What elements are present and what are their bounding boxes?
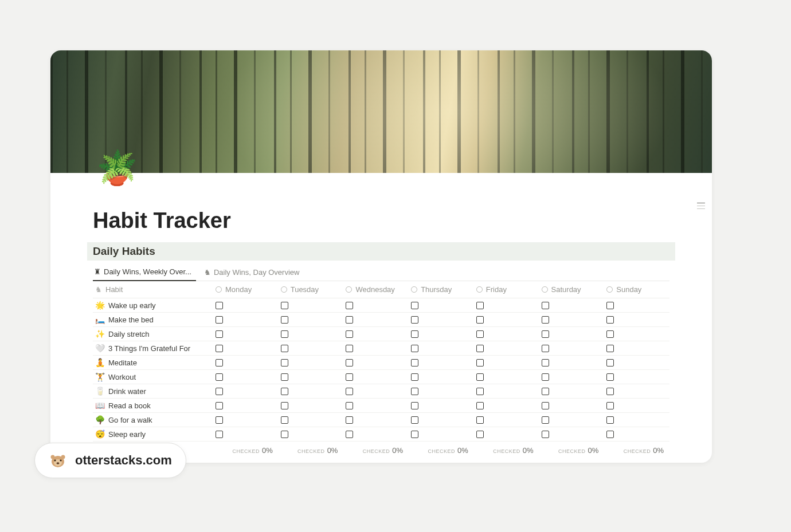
checkbox[interactable] [281, 302, 288, 309]
checkbox-cell [343, 356, 409, 369]
checkbox[interactable] [411, 302, 418, 309]
checkbox[interactable] [346, 302, 353, 309]
checkbox[interactable] [346, 416, 353, 424]
checkbox[interactable] [542, 416, 549, 424]
checkbox[interactable] [411, 316, 418, 324]
checkbox[interactable] [411, 416, 418, 424]
checkbox[interactable] [542, 302, 549, 309]
checkbox[interactable] [476, 416, 484, 424]
checkbox[interactable] [281, 388, 288, 395]
checkbox[interactable] [346, 402, 353, 409]
checkbox[interactable] [606, 431, 614, 438]
section-title: Daily Habits [93, 245, 669, 258]
checkbox[interactable] [346, 330, 353, 338]
habit-name-cell[interactable]: 🌳Go for a walk [93, 413, 213, 427]
checkbox[interactable] [542, 345, 549, 352]
checkbox[interactable] [476, 302, 484, 309]
checkbox[interactable] [606, 416, 614, 424]
checkbox[interactable] [216, 373, 223, 381]
checkbox[interactable] [216, 330, 223, 338]
svg-point-4 [57, 462, 60, 464]
checkbox[interactable] [606, 330, 614, 338]
checkbox[interactable] [542, 359, 549, 367]
checkbox[interactable] [411, 388, 418, 395]
habit-name-cell[interactable]: 🧘Meditate [93, 356, 213, 369]
checkbox[interactable] [411, 359, 418, 367]
checkbox[interactable] [281, 359, 288, 367]
checkbox[interactable] [476, 316, 484, 324]
habit-name: Go for a walk [108, 416, 152, 424]
checkbox[interactable] [281, 316, 288, 324]
habit-name-cell[interactable]: ✨Daily stretch [93, 327, 213, 341]
column-header-sunday[interactable]: Sunday [604, 281, 669, 298]
checkbox[interactable] [411, 330, 418, 338]
checkbox[interactable] [216, 402, 223, 409]
checkbox[interactable] [346, 388, 353, 395]
checkbox[interactable] [542, 373, 549, 381]
habit-name-cell[interactable]: 😴Sleep early [93, 427, 213, 441]
column-header-saturday[interactable]: Saturday [539, 281, 605, 298]
tab-view-0[interactable]: ♜Daily Wins, Weekly Over... [93, 264, 196, 281]
checkbox[interactable] [476, 330, 484, 338]
checkbox[interactable] [476, 388, 484, 395]
checkbox[interactable] [476, 402, 484, 409]
column-header-habit[interactable]: ♞Habit [93, 281, 213, 298]
checkbox[interactable] [411, 431, 418, 438]
checkbox[interactable] [606, 302, 614, 309]
tab-view-1[interactable]: ♞Daily Wins, Day Overview [203, 264, 304, 281]
checkbox[interactable] [216, 316, 223, 324]
column-header-thursday[interactable]: Thursday [409, 281, 474, 298]
checkbox[interactable] [281, 402, 288, 409]
checkbox[interactable] [346, 345, 353, 352]
checkbox[interactable] [346, 373, 353, 381]
checkbox[interactable] [281, 345, 288, 352]
checkbox[interactable] [542, 316, 549, 324]
checkbox[interactable] [281, 431, 288, 438]
checkbox[interactable] [346, 431, 353, 438]
column-header-wednesday[interactable]: Wednesday [343, 281, 409, 298]
checkbox[interactable] [606, 402, 614, 409]
checkbox[interactable] [216, 416, 223, 424]
checkbox-cell [279, 298, 344, 312]
checkbox[interactable] [542, 330, 549, 338]
checkbox[interactable] [411, 402, 418, 409]
checkbox[interactable] [216, 431, 223, 438]
watermark-badge[interactable]: otterstacks.com [34, 443, 186, 478]
checkbox[interactable] [542, 402, 549, 409]
checkbox[interactable] [606, 359, 614, 367]
habit-name-cell[interactable]: 🤍3 Things I'm Grateful For [93, 341, 213, 355]
checkbox[interactable] [606, 373, 614, 381]
checkbox-cell [539, 298, 605, 312]
checkbox-cell [604, 341, 669, 355]
habit-name-cell[interactable]: 🛏️Make the bed [93, 313, 213, 326]
checkbox[interactable] [216, 359, 223, 367]
page-icon[interactable]: 🪴 [96, 151, 138, 184]
checkbox[interactable] [411, 373, 418, 381]
column-header-friday[interactable]: Friday [474, 281, 539, 298]
outline-toggle[interactable] [697, 203, 705, 209]
checkbox[interactable] [606, 345, 614, 352]
checkbox[interactable] [216, 302, 223, 309]
checkbox[interactable] [476, 373, 484, 381]
checkbox[interactable] [606, 316, 614, 324]
checkbox[interactable] [346, 316, 353, 324]
checkbox[interactable] [476, 431, 484, 438]
habit-name-cell[interactable]: 🥛Drink water [93, 384, 213, 398]
checkbox[interactable] [216, 345, 223, 352]
column-header-tuesday[interactable]: Tuesday [279, 281, 344, 298]
checkbox[interactable] [542, 431, 549, 438]
checkbox[interactable] [542, 388, 549, 395]
checkbox[interactable] [606, 388, 614, 395]
checkbox[interactable] [216, 388, 223, 395]
checkbox[interactable] [346, 359, 353, 367]
column-header-monday[interactable]: Monday [213, 281, 279, 298]
checkbox[interactable] [411, 345, 418, 352]
habit-name-cell[interactable]: 🌟Wake up early [93, 298, 213, 312]
habit-name-cell[interactable]: 🏋️Workout [93, 370, 213, 384]
checkbox[interactable] [281, 330, 288, 338]
habit-name-cell[interactable]: 📖Read a book [93, 399, 213, 412]
checkbox[interactable] [476, 345, 484, 352]
checkbox[interactable] [281, 416, 288, 424]
checkbox[interactable] [476, 359, 484, 367]
checkbox[interactable] [281, 373, 288, 381]
